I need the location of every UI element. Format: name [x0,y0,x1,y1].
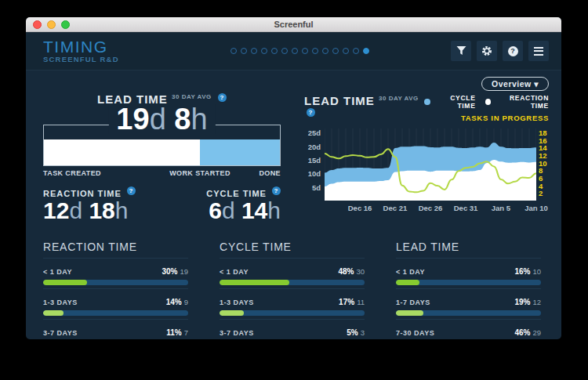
legend-cycle-time[interactable]: CYCLE TIME [424,94,475,110]
legend-reaction-time[interactable]: REACTION TIME [485,94,549,110]
pagination-dot[interactable] [343,48,349,54]
help-icon[interactable]: ? [307,108,315,117]
pagination-dot[interactable] [292,48,298,54]
x-axis-tick: Dec 16 [348,204,372,212]
distribution-row: < 1 DAY16%10 [396,258,541,285]
distribution-row: 1-7 DAYS19%12 [396,288,541,316]
pagination-dot[interactable] [281,48,288,54]
lead-time-chart-card: Overview ▾ LEAD TIME 30 DAY AVG ? CYCLE … [304,77,549,223]
distribution-row: < 1 DAY48%30 [220,258,365,285]
right-axis-tick: 18 [539,128,547,137]
bucket-label: 7-30 DAYS [396,329,434,337]
pagination-dot[interactable] [261,48,267,54]
app-header: TIMING SCREENFUL R&D ? [26,32,561,71]
bucket-count: 30 [356,267,365,276]
lead-hours-unit: h [191,103,207,136]
dashboard-pagination [161,48,439,54]
chevron-down-icon: ▾ [534,79,539,89]
bucket-label: 1-7 DAYS [396,299,430,306]
x-axis: Dec 16Dec 21Dec 26Dec 31Jan 5Jan 10 [325,204,536,215]
left-axis: 5d10d15d20d25d [304,128,325,215]
distribution-row: 7-30 DAYS46%29 [396,319,541,340]
distribution-panel-cycle-time: CYCLE TIME< 1 DAY48%301-3 DAYS17%113-7 D… [220,241,365,340]
help-button[interactable]: ? [503,41,523,61]
left-axis-tick: 15d [308,156,321,165]
x-axis-tick: Dec 31 [454,204,478,212]
distribution-panel-reaction-time: REACTION TIME< 1 DAY30%191-3 DAYS14%93-7… [43,241,188,340]
bucket-count: 19 [180,267,188,276]
bucket-bar-track [396,280,541,285]
bucket-label: < 1 DAY [220,268,249,276]
menu-button[interactable] [528,41,549,61]
bucket-bar-track [220,280,365,285]
right-axis-tick: 8 [539,166,543,175]
chart-legend: CYCLE TIME REACTION TIME TASKS IN PROGRE… [424,94,549,122]
bucket-label: < 1 DAY [43,268,72,276]
bucket-percent: 14% [166,298,182,306]
milestone-work-started: WORK STARTED [169,169,230,177]
legend-label: CYCLE TIME [434,94,476,110]
main-content: LEAD TIME 30 DAY AVG ? 19d 8h TASK CREAT… [26,71,561,223]
bucket-bar-fill [220,310,244,316]
pagination-dot[interactable] [241,48,247,54]
bucket-bar-track [43,310,188,316]
bucket-percent: 17% [339,298,354,306]
bucket-bar-track [396,310,541,316]
bucket-count: 9 [184,298,188,306]
reaction-time-metric: REACTION TIME ? 12d 18h [43,186,136,223]
x-axis-tick: Dec 26 [419,204,443,212]
left-axis-tick: 10d [308,169,321,178]
pagination-dot[interactable] [363,48,369,54]
avg-label: 30 DAY AVG [172,93,212,100]
pagination-dot[interactable] [322,48,328,54]
pagination-dot[interactable] [302,48,308,54]
bucket-bar-fill [220,280,289,285]
pagination-dot[interactable] [251,48,257,54]
pagination-dot[interactable] [230,48,237,54]
cycle-time-value: 6d 14h [206,198,281,223]
settings-button[interactable] [477,41,497,61]
bucket-bar-fill [43,280,87,285]
left-axis-tick: 5d [312,183,321,192]
right-axis: 24681012141618 [536,128,549,215]
x-axis-tick: Dec 21 [383,204,408,212]
bucket-count: 7 [184,328,188,337]
right-axis-tick: 6 [539,174,543,183]
bucket-count: 29 [532,328,541,337]
brand: TIMING SCREENFUL R&D [43,38,161,64]
pagination-dot[interactable] [312,48,318,54]
distribution-row: 1-3 DAYS17%11 [220,288,365,316]
help-icon[interactable]: ? [127,186,136,195]
lead-time-progress-box: 19d 8h [43,125,281,166]
titlebar: Screenful [26,17,561,32]
distribution-row: < 1 DAY30%19 [43,258,188,285]
bucket-label: 1-3 DAYS [220,299,254,306]
right-axis-tick: 16 [539,136,547,145]
overview-dropdown[interactable]: Overview ▾ [481,77,549,91]
bucket-bar-track [43,280,188,285]
left-axis-tick: 20d [308,143,321,151]
pagination-dot[interactable] [332,48,339,54]
bucket-percent: 30% [162,267,177,276]
distribution-panels: REACTION TIME< 1 DAY30%191-3 DAYS14%93-7… [26,241,561,340]
legend-label: REACTION TIME [494,94,549,110]
sub-metrics: REACTION TIME ? 12d 18h CYCLE TIME ? 6d [43,186,281,223]
pagination-dot[interactable] [353,48,359,54]
pagination-dot[interactable] [271,48,278,54]
milestone-done: DONE [259,169,281,177]
avg-label: 30 DAY AVG [379,95,419,102]
workspace-name: SCREENFUL R&D [43,56,161,63]
milestone-task-created: TASK CREATED [43,169,101,177]
lead-days-unit: d [150,103,166,136]
distribution-row: 3-7 DAYS11%7 [43,319,188,340]
help-icon[interactable]: ? [272,186,281,195]
bucket-count: 10 [532,267,541,276]
bucket-bar-fill [43,310,64,316]
chart-plot: Dec 16Dec 21Dec 26Dec 31Jan 5Jan 10 [325,128,536,215]
bucket-count: 11 [357,298,365,306]
filter-button[interactable] [451,41,471,61]
bucket-percent: 48% [338,267,354,276]
help-icon[interactable]: ? [218,93,227,102]
bucket-percent: 5% [347,328,358,337]
lead-time-value: 19d 8h [108,104,215,134]
